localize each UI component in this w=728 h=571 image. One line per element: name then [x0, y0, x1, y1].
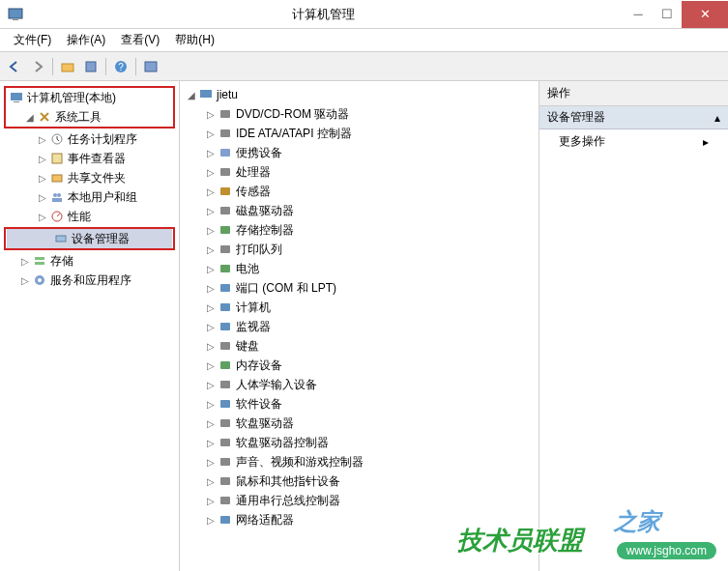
device-category[interactable]: ▷软盘驱动器 — [182, 414, 537, 433]
tree-storage[interactable]: ▷ 存储 — [2, 251, 177, 271]
expand-icon[interactable]: ▷ — [205, 282, 217, 294]
expand-icon[interactable]: ▷ — [37, 172, 48, 184]
tree-system-tools[interactable]: ◢ 系统工具 — [7, 107, 172, 127]
folder-up-button[interactable] — [57, 56, 78, 77]
menu-file[interactable]: 文件(F) — [6, 29, 59, 51]
svg-rect-17 — [35, 257, 44, 260]
device-category-icon — [218, 126, 233, 141]
device-category[interactable]: ▷IDE ATA/ATAPI 控制器 — [182, 124, 537, 143]
maximize-button[interactable]: ☐ — [653, 1, 682, 28]
device-root[interactable]: ◢ jietu — [182, 85, 537, 104]
expand-icon[interactable]: ▷ — [205, 340, 217, 352]
device-category[interactable]: ▷传感器 — [182, 182, 537, 201]
tree-task-scheduler[interactable]: ▷ 任务计划程序 — [2, 129, 177, 149]
close-button[interactable]: ✕ — [682, 1, 728, 28]
svg-rect-11 — [52, 175, 62, 182]
device-category[interactable]: ▷软件设备 — [182, 394, 537, 414]
device-category[interactable]: ▷便携设备 — [182, 143, 537, 162]
forward-button[interactable] — [27, 56, 48, 77]
tools-icon — [37, 109, 52, 125]
expand-icon[interactable]: ▷ — [205, 243, 217, 255]
tree-root[interactable]: 计算机管理(本地) — [7, 88, 172, 107]
device-category[interactable]: ▷DVD/CD-ROM 驱动器 — [182, 104, 537, 124]
svg-rect-27 — [220, 207, 230, 214]
device-category[interactable]: ▷端口 (COM 和 LPT) — [182, 278, 537, 298]
expand-icon[interactable]: ▷ — [205, 514, 217, 526]
menu-help[interactable]: 帮助(H) — [167, 29, 222, 51]
device-category[interactable]: ▷存储控制器 — [182, 220, 537, 240]
svg-rect-3 — [86, 62, 96, 71]
tree-performance[interactable]: ▷ 性能 — [2, 207, 177, 226]
expand-icon[interactable]: ▷ — [37, 133, 48, 145]
menu-actions[interactable]: 操作(A) — [59, 29, 113, 51]
expand-icon[interactable]: ▷ — [205, 166, 217, 178]
tree-shared-folders[interactable]: ▷ 共享文件夹 — [2, 168, 177, 187]
expand-icon[interactable]: ▷ — [19, 255, 31, 267]
properties-button[interactable] — [80, 56, 102, 77]
device-category-icon — [218, 512, 233, 528]
device-category[interactable]: ▷内存设备 — [182, 356, 537, 375]
collapse-icon[interactable]: ◢ — [24, 111, 36, 123]
expand-icon[interactable]: ▷ — [205, 205, 217, 216]
expand-icon[interactable]: ▷ — [205, 417, 217, 429]
svg-rect-25 — [220, 168, 230, 176]
device-category[interactable]: ▷打印队列 — [182, 240, 537, 259]
view-button[interactable] — [140, 56, 161, 77]
actions-section[interactable]: 设备管理器 ▴ — [539, 106, 728, 129]
tree-device-manager[interactable]: 设备管理器 — [7, 229, 172, 248]
expand-icon[interactable]: ▷ — [205, 359, 217, 371]
svg-rect-22 — [220, 110, 230, 118]
device-category[interactable]: ▷键盘 — [182, 336, 537, 356]
tree-local-users[interactable]: ▷ 本地用户和组 — [2, 187, 177, 207]
services-icon — [32, 272, 47, 288]
expand-icon[interactable]: ▷ — [205, 495, 217, 506]
expand-icon[interactable]: ▷ — [205, 224, 217, 236]
expand-icon[interactable]: ▷ — [37, 153, 48, 164]
device-category[interactable]: ▷处理器 — [182, 162, 537, 182]
tree-services[interactable]: ▷ 服务和应用程序 — [2, 271, 177, 290]
expand-icon[interactable]: ▷ — [205, 437, 217, 448]
app-icon — [8, 7, 23, 22]
expand-icon[interactable]: ▷ — [205, 128, 217, 139]
expand-icon[interactable]: ▷ — [205, 398, 217, 410]
expand-icon[interactable]: ▷ — [205, 379, 217, 390]
device-category[interactable]: ▷监视器 — [182, 317, 537, 336]
device-category-icon — [218, 106, 233, 122]
device-category[interactable]: ▷软盘驱动器控制器 — [182, 433, 537, 452]
minimize-button[interactable]: ─ — [624, 1, 653, 28]
svg-rect-21 — [200, 90, 212, 98]
menu-view[interactable]: 查看(V) — [113, 29, 167, 51]
expand-icon[interactable]: ▷ — [205, 186, 217, 197]
svg-rect-6 — [145, 62, 157, 71]
device-category[interactable]: ▷鼠标和其他指针设备 — [182, 471, 537, 491]
expand-icon[interactable]: ▷ — [205, 475, 217, 487]
expand-icon[interactable]: ▷ — [205, 147, 217, 158]
menubar: 文件(F) 操作(A) 查看(V) 帮助(H) — [0, 29, 728, 52]
device-category[interactable]: ▷磁盘驱动器 — [182, 201, 537, 220]
svg-rect-16 — [56, 236, 66, 242]
collapse-icon[interactable]: ◢ — [186, 89, 197, 100]
back-button[interactable] — [4, 56, 25, 77]
device-category-icon — [218, 145, 233, 160]
device-category[interactable]: ▷计算机 — [182, 298, 537, 317]
help-button[interactable]: ? — [110, 56, 131, 77]
expand-icon[interactable]: ▷ — [37, 211, 48, 222]
expand-icon[interactable]: ▷ — [205, 108, 217, 120]
svg-rect-1 — [13, 19, 18, 20]
device-category[interactable]: ▷通用串行总线控制器 — [182, 491, 537, 510]
pc-icon — [198, 87, 214, 102]
more-actions[interactable]: 更多操作 ▸ — [539, 129, 728, 154]
expand-icon[interactable]: ▷ — [37, 191, 48, 203]
submenu-arrow-icon: ▸ — [703, 135, 709, 149]
share-icon — [49, 170, 65, 186]
expand-icon[interactable]: ▷ — [205, 263, 217, 274]
device-category[interactable]: ▷声音、视频和游戏控制器 — [182, 452, 537, 471]
device-category[interactable]: ▷人体学输入设备 — [182, 375, 537, 394]
expand-icon[interactable]: ▷ — [205, 301, 217, 313]
svg-rect-28 — [220, 226, 230, 234]
tree-event-viewer[interactable]: ▷ 事件查看器 — [2, 149, 177, 168]
expand-icon[interactable]: ▷ — [205, 321, 217, 332]
expand-icon[interactable]: ▷ — [19, 274, 31, 286]
expand-icon[interactable]: ▷ — [205, 456, 217, 468]
device-category[interactable]: ▷电池 — [182, 259, 537, 278]
